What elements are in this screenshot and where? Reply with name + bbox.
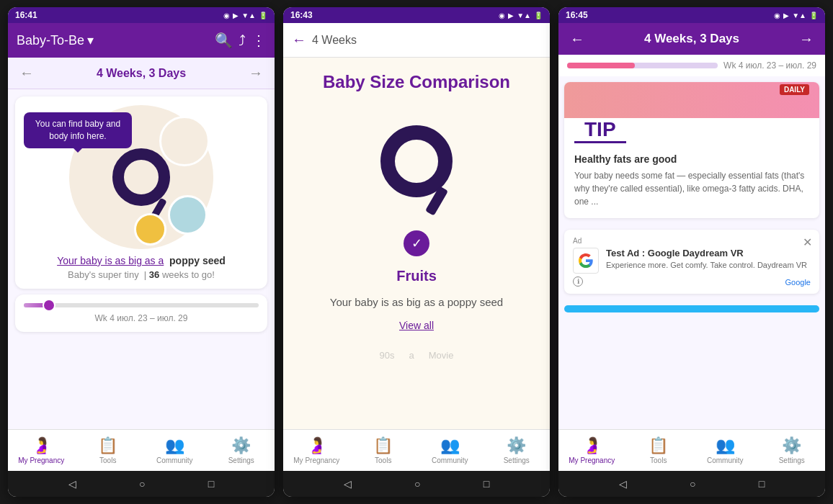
tip-card: DAILY TIP Healthy fats are good Your bab… <box>564 82 819 218</box>
weeks-suffix: weeks to go! <box>162 269 215 280</box>
home-btn-3[interactable]: ○ <box>690 478 695 490</box>
nav-tools-3[interactable]: 📋 Tools <box>625 430 692 471</box>
view-all-link[interactable]: View all <box>399 320 434 331</box>
recents-btn-3[interactable]: □ <box>759 478 765 490</box>
side-items: 90s a Movie <box>380 350 454 361</box>
community-icon-2: 👥 <box>440 436 460 455</box>
tools-icon-2: 📋 <box>373 436 393 455</box>
community-label-3: Community <box>707 456 744 464</box>
home-btn-1[interactable]: ○ <box>139 478 145 490</box>
ad-text: Test Ad : Google Daydream VR Experience … <box>606 248 811 271</box>
search-icon[interactable]: 🔍 <box>215 32 233 49</box>
settings-icon-3: ⚙️ <box>782 436 801 455</box>
tools-icon: 📋 <box>98 436 117 455</box>
comparison-heading: Baby Size Comparison <box>323 72 510 92</box>
nav-settings-3[interactable]: ⚙️ Settings <box>759 430 826 471</box>
s2-nav-title: 4 Weeks <box>312 34 357 47</box>
nav-title-3: 4 Weeks, 3 Days <box>644 32 739 46</box>
ad-title: Test Ad : Google Daydream VR <box>606 248 811 258</box>
check-icon: ✓ <box>404 230 429 256</box>
nav-my-pregnancy-3[interactable]: 🤰 My Pregnancy <box>558 430 625 471</box>
baby-link[interactable]: Your baby is as big as a <box>57 255 164 266</box>
recents-btn-2[interactable]: □ <box>484 478 489 490</box>
ad-info-icon[interactable]: ℹ <box>573 276 583 287</box>
s2-toolbar: ← 4 Weeks <box>283 23 550 58</box>
prev-arrow-1[interactable]: ← <box>19 65 34 81</box>
side-item-1: 90s <box>380 350 395 361</box>
pregnancy-label-2: My Pregnancy <box>293 456 339 464</box>
next-arrow-3[interactable]: → <box>799 31 814 48</box>
phone-screen-2: 16:43 ◉ ▶ ▼▲ 🔋 ← 4 Weeks Baby Size Compa… <box>283 7 550 497</box>
daily-badge: DAILY <box>780 84 809 95</box>
dropdown-icon[interactable]: ▾ <box>87 32 94 48</box>
status-bar-2: 16:43 ◉ ▶ ▼▲ 🔋 <box>283 7 550 23</box>
tip-text: Your baby needs some fat — especially es… <box>574 169 809 208</box>
pregnancy-icon-2: 🤰 <box>307 436 326 455</box>
comparison-illustration <box>359 104 474 219</box>
settings-label-2: Settings <box>504 456 530 464</box>
week-progress-fill-3 <box>567 63 635 68</box>
share-icon[interactable]: ⤴ <box>239 32 246 49</box>
progress-section: Wk 4 июл. 23 – июл. 29 <box>15 294 267 332</box>
status-time-2: 16:43 <box>290 10 313 20</box>
ad-close-button[interactable]: ✕ <box>803 235 812 249</box>
community-icon-3: 👥 <box>716 436 735 455</box>
back-btn-1[interactable]: ◁ <box>68 478 76 490</box>
weeks-remaining: 36 <box>149 269 159 280</box>
community-label: Community <box>156 456 193 464</box>
phone-screen-1: 16:41 ◉ ▶ ▼▲ 🔋 Baby-To-Be ▾ 🔍 ⤴ ⋮ ← 4 We… <box>8 7 275 497</box>
status-time-3: 16:45 <box>566 10 588 20</box>
nav-title-1: 4 Weeks, 3 Days <box>97 67 186 80</box>
status-time-1: 16:41 <box>15 10 37 20</box>
home-btn-2[interactable]: ○ <box>414 478 420 490</box>
content-1: You can find baby and body info here. Yo… <box>8 89 275 429</box>
nav-settings-2[interactable]: ⚙️ Settings <box>484 430 551 471</box>
signal-icon: ▼▲ <box>241 12 256 19</box>
google-logo <box>573 248 599 274</box>
system-nav-2: ◁ ○ □ <box>283 471 550 497</box>
nav-community-3[interactable]: 👥 Community <box>692 430 759 471</box>
battery-icon-3: 🔋 <box>809 12 818 19</box>
baby-size-text: Your baby is as big as a poppy seed <box>24 255 259 266</box>
progress-track <box>24 303 259 307</box>
pregnancy-icon-3: 🤰 <box>582 436 602 455</box>
back-btn-3[interactable]: ◁ <box>619 478 627 490</box>
nav-settings-1[interactable]: ⚙️ Settings <box>208 430 275 471</box>
ad-body: Experience more. Get comfy. Take control… <box>606 260 811 271</box>
back-btn-2[interactable]: ◁ <box>344 478 352 490</box>
tooltip-box: You can find baby and body info here. <box>24 112 132 148</box>
signal-icon-3: ▼▲ <box>792 12 806 19</box>
community-label-2: Community <box>432 456 468 464</box>
back-arrow-3[interactable]: ← <box>570 31 584 48</box>
notif-icon-3: ◉ <box>774 12 780 19</box>
nav-community-2[interactable]: 👥 Community <box>416 430 484 471</box>
donut-illustration <box>380 125 453 197</box>
nav-tools-1[interactable]: 📋 Tools <box>75 430 142 471</box>
more-icon[interactable]: ⋮ <box>251 32 266 49</box>
status-icons-2: ◉ ▶ ▼▲ 🔋 <box>499 12 543 19</box>
pregnancy-label: My Pregnancy <box>18 456 64 464</box>
nav-tools-2[interactable]: 📋 Tools <box>350 430 417 471</box>
week-progress-3 <box>567 63 718 68</box>
side-item-3: Movie <box>429 350 454 361</box>
nav-my-pregnancy-1[interactable]: 🤰 My Pregnancy <box>8 430 75 471</box>
back-arrow-2[interactable]: ← <box>292 32 306 48</box>
nav-my-pregnancy-2[interactable]: 🤰 My Pregnancy <box>283 430 350 471</box>
s2-main: Baby Size Comparison ✓ Fruits Your baby … <box>283 58 550 429</box>
s3-main: Wk 4 июл. 23 – июл. 29 DAILY TIP Healthy… <box>558 55 825 429</box>
cast-icon: ▶ <box>233 12 239 19</box>
recents-btn-1[interactable]: □ <box>208 478 214 490</box>
battery-icon: 🔋 <box>259 12 267 19</box>
ad-content: Test Ad : Google Daydream VR Experience … <box>573 248 811 274</box>
status-icons-1: ◉ ▶ ▼▲ 🔋 <box>223 12 267 19</box>
s1-main: You can find baby and body info here. Yo… <box>8 89 275 429</box>
category-label: Fruits <box>396 268 437 284</box>
small-circle-body <box>159 116 210 166</box>
pregnancy-icon: 🤰 <box>32 436 51 455</box>
ad-source: Google <box>573 278 811 287</box>
screens-container: 16:41 ◉ ▶ ▼▲ 🔋 Baby-To-Be ▾ 🔍 ⤴ ⋮ ← 4 We… <box>0 0 833 504</box>
settings-icon-2: ⚙️ <box>507 436 526 455</box>
nav-community-1[interactable]: 👥 Community <box>141 430 208 471</box>
cast-icon-3: ▶ <box>783 12 789 19</box>
next-arrow-1[interactable]: → <box>249 65 263 81</box>
